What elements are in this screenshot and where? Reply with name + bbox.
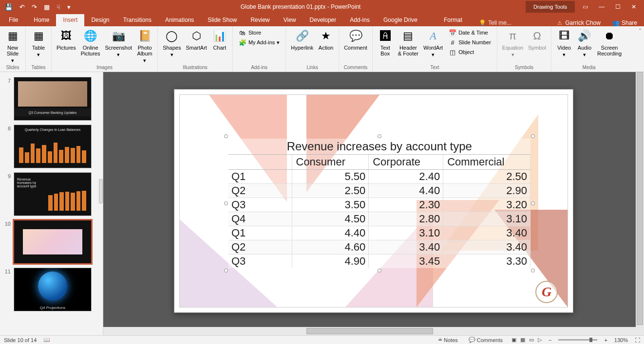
cell-value[interactable]: 3.10: [369, 226, 443, 240]
row-label[interactable]: Q1: [228, 226, 292, 240]
cell-value[interactable]: 5.50: [292, 169, 369, 183]
object-button[interactable]: ◫Object: [448, 48, 492, 56]
slide-counter[interactable]: Slide 10 of 14: [4, 337, 37, 343]
cell-value[interactable]: 3.40: [443, 240, 530, 254]
fit-to-window-icon[interactable]: ⛶: [635, 337, 640, 343]
photo-album-button[interactable]: 📔Photo Album▾: [135, 27, 154, 65]
tab-slideshow[interactable]: Slide Show: [201, 14, 244, 26]
action-button[interactable]: ★Action: [316, 27, 336, 52]
cell-value[interactable]: 4.40: [292, 226, 369, 240]
thumbnail[interactable]: [14, 220, 92, 264]
thumbnail[interactable]: Revenue increases by account type: [14, 172, 92, 216]
tab-animations[interactable]: Animations: [158, 14, 201, 26]
table-row[interactable]: Q33.502.303.20: [228, 198, 530, 212]
slide[interactable]: Revenue increases by account type Consum…: [174, 89, 573, 313]
zoom-out-icon[interactable]: −: [549, 337, 551, 343]
new-slide-button[interactable]: ▦New Slide▾: [3, 27, 22, 65]
notes-button[interactable]: ≐ Notes: [436, 337, 460, 343]
cell-value[interactable]: 3.40: [443, 226, 530, 240]
tab-developer[interactable]: Developer: [303, 14, 343, 26]
cell-value[interactable]: 2.50: [443, 169, 530, 183]
video-button[interactable]: 🎞Video▾: [554, 27, 574, 59]
slide-number-button[interactable]: #Slide Number: [448, 38, 492, 47]
cell-value[interactable]: 3.50: [292, 198, 369, 212]
cell-value[interactable]: 3.20: [443, 198, 530, 212]
reading-view-icon[interactable]: ▭: [529, 337, 534, 343]
table-row[interactable]: Q34.903.453.30: [228, 254, 530, 268]
table-row[interactable]: Q15.502.402.50: [228, 169, 530, 183]
wordart-button[interactable]: AWordArt▾: [421, 27, 445, 59]
date-time-button[interactable]: 📅Date & Time: [448, 28, 492, 37]
header-footer-button[interactable]: ▤Header & Footer: [396, 27, 420, 57]
hyperlink-button[interactable]: 🔗Hyperlink: [289, 27, 315, 52]
chart-button[interactable]: 📊Chart: [210, 27, 229, 52]
start-from-beginning-icon[interactable]: ▦: [44, 3, 50, 11]
row-label[interactable]: Q2: [228, 240, 292, 254]
slide-thumbnails-pane[interactable]: 7 Q3 Consumer Banking Updates 8 Quarterl…: [0, 72, 103, 335]
cell-value[interactable]: 3.30: [443, 254, 530, 268]
cell-value[interactable]: 3.45: [369, 254, 443, 268]
audio-button[interactable]: 🔊Audio▾: [575, 27, 594, 59]
qat-more-icon[interactable]: ▾: [67, 3, 71, 11]
thumb-9[interactable]: 9 Revenue increases by account type: [0, 170, 103, 218]
tab-home[interactable]: Home: [27, 14, 56, 26]
tab-insert[interactable]: Insert: [56, 14, 84, 26]
ribbon-options-icon[interactable]: ▭: [583, 3, 588, 10]
zoom-slider[interactable]: [558, 339, 597, 341]
screen-recording-button[interactable]: ⏺Screen Recording: [595, 27, 624, 57]
row-label[interactable]: Q1: [228, 169, 292, 183]
thumbnail[interactable]: Q4 Projections: [14, 268, 92, 311]
my-addins-button[interactable]: 🧩My Add-ins ▾: [238, 38, 281, 47]
cell-value[interactable]: 4.60: [292, 240, 369, 254]
shapes-button[interactable]: ◯Shapes▾: [161, 27, 183, 59]
normal-view-icon[interactable]: ▣: [511, 337, 516, 343]
redo-icon[interactable]: ↷: [32, 3, 37, 11]
thumb-10[interactable]: 10: [0, 218, 103, 266]
online-pictures-button[interactable]: 🌐Online Pictures: [79, 27, 102, 57]
slide-canvas-area[interactable]: Revenue increases by account type Consum…: [103, 72, 644, 335]
zoom-in-icon[interactable]: +: [604, 337, 607, 343]
undo-icon[interactable]: ↶: [19, 3, 25, 11]
cell-value[interactable]: 2.30: [369, 198, 443, 212]
sorter-view-icon[interactable]: ▦: [520, 337, 525, 343]
zoom-level[interactable]: 130%: [614, 337, 628, 343]
cell-value[interactable]: 4.50: [292, 212, 369, 226]
table-row[interactable]: Q24.603.403.40: [228, 240, 530, 254]
tab-file[interactable]: File: [0, 14, 27, 26]
slideshow-view-icon[interactable]: ▷: [538, 337, 542, 343]
share-button[interactable]: 👥Share: [606, 19, 644, 26]
minimize-icon[interactable]: —: [599, 3, 605, 10]
comment-button[interactable]: 💬Comment: [342, 27, 369, 52]
row-label[interactable]: Q4: [228, 212, 292, 226]
textbox-button[interactable]: 🅰Text Box: [376, 27, 395, 57]
comments-button[interactable]: 💬 Comments: [467, 337, 505, 343]
tab-review[interactable]: Review: [244, 14, 276, 26]
touch-mode-icon[interactable]: ☟: [57, 3, 60, 11]
table-object[interactable]: Revenue increases by account type Consum…: [228, 139, 530, 268]
row-label[interactable]: Q3: [228, 198, 292, 212]
cell-value[interactable]: 3.10: [443, 212, 530, 226]
tab-transitions[interactable]: Transitions: [116, 14, 158, 26]
pictures-button[interactable]: 🖼Pictures: [55, 27, 78, 52]
tab-format[interactable]: Format: [437, 14, 469, 26]
smartart-button[interactable]: ⬡SmartArt: [184, 27, 208, 52]
pane-splitter[interactable]: [99, 179, 103, 203]
tab-design[interactable]: Design: [84, 14, 116, 26]
thumb-8[interactable]: 8 Quarterly Changes in Loan Balances: [0, 123, 103, 170]
row-label[interactable]: Q2: [228, 183, 292, 198]
thumb-11[interactable]: 11 Q4 Projections: [0, 266, 103, 313]
thumb-7[interactable]: 7 Q3 Consumer Banking Updates: [0, 75, 103, 123]
collapse-ribbon-icon[interactable]: ˆ: [639, 28, 641, 35]
tell-me-search[interactable]: 💡Tell me...: [469, 19, 552, 26]
cell-value[interactable]: 2.90: [443, 183, 530, 198]
thumbnail[interactable]: Q3 Consumer Banking Updates: [14, 77, 92, 121]
maximize-icon[interactable]: ☐: [615, 3, 621, 10]
horizontal-scrollbar[interactable]: [103, 327, 636, 335]
tab-view[interactable]: View: [277, 14, 303, 26]
store-button[interactable]: 🛍Store: [238, 28, 281, 37]
cell-value[interactable]: 4.40: [369, 183, 443, 198]
table-row[interactable]: Q44.502.803.10: [228, 212, 530, 226]
close-icon[interactable]: ✕: [631, 3, 636, 10]
spellcheck-icon[interactable]: 📖: [43, 337, 50, 343]
tab-addins[interactable]: Add-ins: [343, 14, 377, 26]
